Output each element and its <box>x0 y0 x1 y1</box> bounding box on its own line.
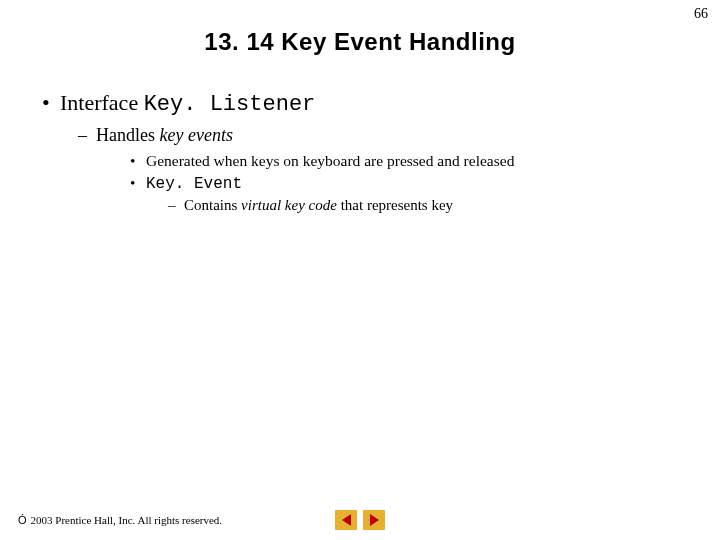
copyright-icon: Ó <box>18 514 27 526</box>
bullet3b-code: Key. Event <box>146 175 242 193</box>
bullet-level-3b: Key. Event <box>130 174 700 193</box>
copyright-text: 2003 Prentice Hall, Inc. All rights rese… <box>31 514 223 526</box>
dash-level-2: Handles key events <box>78 125 700 146</box>
prev-button[interactable] <box>335 510 357 530</box>
bullet1-code: Key. Listener <box>144 92 316 117</box>
dash4-suffix: that represents key <box>337 197 453 213</box>
bullet1-prefix: Interface <box>60 90 144 115</box>
bullet3a-text: Generated when keys on keyboard are pres… <box>146 152 514 169</box>
dash4-italic: virtual key code <box>241 197 337 213</box>
page-number: 66 <box>694 6 708 22</box>
nav-controls <box>335 510 385 530</box>
dash2-prefix: Handles <box>96 125 159 145</box>
dash2-italic: key events <box>159 125 232 145</box>
triangle-right-icon <box>370 514 379 526</box>
dash-level-4: Contains virtual key code that represent… <box>168 197 700 214</box>
next-button[interactable] <box>363 510 385 530</box>
dash4-prefix: Contains <box>184 197 241 213</box>
bullet-level-1: Interface Key. Listener <box>38 90 700 117</box>
triangle-left-icon <box>342 514 351 526</box>
bullet-level-3a: Generated when keys on keyboard are pres… <box>130 152 700 170</box>
slide-content: Interface Key. Listener Handles key even… <box>0 90 720 214</box>
slide-title: 13. 14 Key Event Handling <box>0 28 720 56</box>
